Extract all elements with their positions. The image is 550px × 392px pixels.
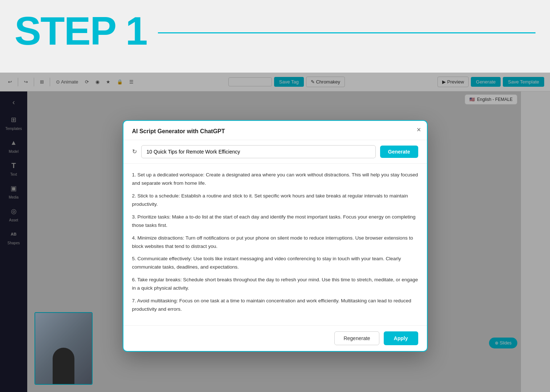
ai-script-modal: AI Script Generator with ChatGPT × ↻ Gen… xyxy=(123,120,428,352)
modal-title: AI Script Generator with ChatGPT xyxy=(132,128,225,134)
content-item-4: 4. Minimize distractions: Turn off notif… xyxy=(132,234,418,251)
refresh-icon: ↻ xyxy=(132,148,137,155)
modal-close-button[interactable]: × xyxy=(417,126,421,133)
modal-overlay: AI Script Generator with ChatGPT × ↻ Gen… xyxy=(0,73,550,392)
apply-button[interactable]: Apply xyxy=(384,331,418,345)
step-line xyxy=(158,32,535,33)
content-item-3: 3. Prioritize tasks: Make a to-do list a… xyxy=(132,213,418,230)
step-header: STEP 1 xyxy=(15,11,535,51)
content-item-1: 1. Set up a dedicated workspace: Create … xyxy=(132,171,418,188)
modal-header: AI Script Generator with ChatGPT × xyxy=(123,121,427,140)
modal-body[interactable]: 1. Set up a dedicated workspace: Create … xyxy=(123,164,427,325)
modal-search-row: ↻ Generate xyxy=(123,140,427,164)
regenerate-button[interactable]: Regenerate xyxy=(334,331,379,345)
content-item-7: 7. Avoid multitasking: Focus on one task… xyxy=(132,297,418,314)
modal-footer: Regenerate Apply xyxy=(123,325,427,351)
modal-generate-button[interactable]: Generate xyxy=(380,146,418,158)
content-item-6: 6. Take regular breaks: Schedule short b… xyxy=(132,276,418,293)
content-item-5: 5. Communicate effectively: Use tools li… xyxy=(132,255,418,271)
script-topic-input[interactable] xyxy=(141,145,376,158)
content-item-2: 2. Stick to a schedule: Establish a rout… xyxy=(132,192,418,209)
step-title: STEP 1 xyxy=(15,11,147,51)
